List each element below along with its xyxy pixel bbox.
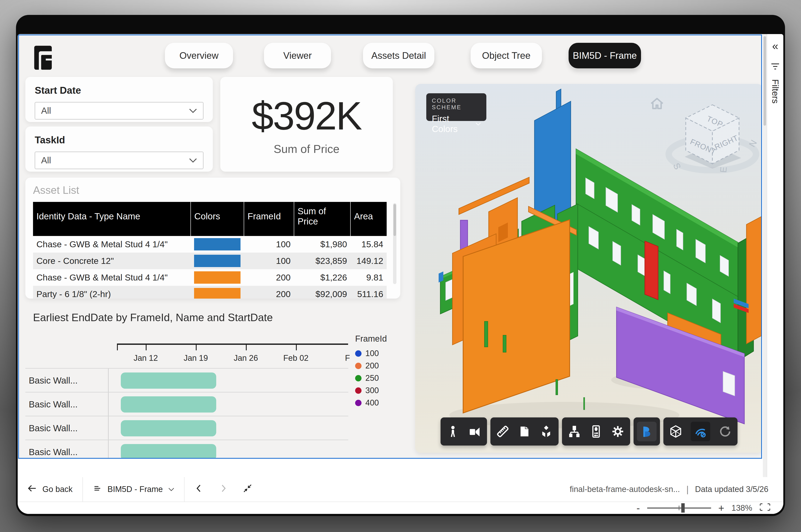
asset-table: Identity Data - Type Name Colors FrameId…: [33, 202, 387, 299]
footer-divider: |: [686, 484, 689, 495]
legend-dot: [355, 387, 361, 394]
report-footer-bar: Go back BIM5D - Frame final-beta-frame-a…: [18, 477, 783, 501]
start-date-filter-card: Start Date All: [25, 77, 213, 122]
color-scheme-dropdown[interactable]: First Colors: [432, 114, 481, 134]
gantt-row: Basic Wall...: [25, 416, 348, 440]
gantt-bar[interactable]: [121, 373, 216, 389]
go-back-button[interactable]: Go back: [18, 477, 82, 501]
color-scheme-value: First Colors: [432, 114, 471, 134]
scrollbar-thumb[interactable]: [393, 204, 396, 236]
color-swatch: [194, 238, 241, 250]
color-swatch: [194, 255, 241, 267]
filters-pane-label[interactable]: Filters: [770, 79, 780, 143]
report-page: Overview Viewer Assets Detail Object Tre…: [18, 35, 762, 459]
viewer-toolbar: [441, 417, 738, 445]
zoom-bar: - + 138%: [18, 501, 783, 514]
legend-item[interactable]: 250: [355, 374, 379, 383]
gantt-chart: Earliest EndDate by FrameId, Name and St…: [25, 304, 400, 459]
collapse-view-icon[interactable]: [243, 484, 252, 495]
tab-overview[interactable]: Overview: [165, 43, 233, 68]
table-row[interactable]: Chase - GWB & Metal Stud 4 1/4" 100 $1,9…: [33, 236, 387, 252]
data-updated-label: Data updated 3/5/26: [695, 485, 768, 494]
zoom-out-button[interactable]: -: [636, 502, 640, 514]
view-cube[interactable]: N S E TOP FRONT RIGHT: [665, 101, 762, 173]
zoom-in-button[interactable]: +: [718, 502, 724, 514]
toolbar-group-model: [562, 417, 630, 445]
start-date-value: All: [41, 106, 51, 116]
legend-item[interactable]: 300: [355, 386, 379, 395]
asset-table-header[interactable]: Identity Data - Type Name Colors FrameId…: [33, 202, 387, 236]
axis-tick: Jan 26: [234, 354, 258, 363]
gantt-bar[interactable]: [121, 420, 216, 436]
tab-viewer[interactable]: Viewer: [264, 43, 331, 68]
table-row[interactable]: Party - 6 1/8" (2-hr) 200 $92,009 511.16: [33, 286, 387, 299]
legend-item[interactable]: 400: [355, 398, 379, 407]
model-tree-icon[interactable]: [567, 425, 581, 438]
files-icon[interactable]: [518, 425, 531, 438]
chevron-down-icon: [476, 122, 481, 126]
zoom-slider[interactable]: [647, 508, 711, 509]
tab-label: Viewer: [283, 50, 312, 61]
gantt-bar[interactable]: [121, 396, 216, 413]
compass-e: E: [718, 166, 729, 173]
page-scrollbar[interactable]: [763, 34, 767, 514]
reset-view-icon[interactable]: [718, 425, 732, 438]
tab-assets-detail[interactable]: Assets Detail: [363, 43, 434, 68]
sum-of-price-card: $392K Sum of Price: [220, 77, 393, 172]
taskid-value: All: [41, 155, 51, 166]
legend-item[interactable]: 200: [355, 361, 379, 370]
explode-model-icon[interactable]: [539, 425, 553, 438]
settings-gear-icon[interactable]: [611, 425, 625, 438]
page-selector[interactable]: BIM5D - Frame: [83, 477, 184, 501]
bim-3d-viewer[interactable]: COLOR SCHEME First Colors N S E: [415, 84, 762, 453]
zoom-slider-thumb[interactable]: [681, 503, 685, 513]
wireframe-box-icon[interactable]: [669, 425, 683, 438]
current-page-name: BIM5D - Frame: [108, 485, 163, 494]
measure-icon[interactable]: [496, 425, 509, 438]
fit-to-page-icon[interactable]: [760, 503, 770, 513]
chevron-down-icon: [189, 108, 197, 113]
tab-object-tree[interactable]: Object Tree: [470, 43, 542, 68]
expand-filters-button[interactable]: «: [767, 40, 783, 52]
start-date-label: Start Date: [35, 84, 203, 96]
gantt-row: Basic Wall...: [25, 368, 348, 392]
filters-pane-collapsed: « Filters: [767, 34, 783, 514]
legend-dot: [355, 400, 361, 406]
first-person-icon[interactable]: [446, 425, 460, 438]
table-row[interactable]: Core - Concrete 12" 100 $23,859 149.12: [33, 252, 387, 269]
properties-icon[interactable]: [589, 425, 603, 438]
brand-plugin-icon[interactable]: [640, 425, 654, 438]
app-window: Overview Viewer Assets Detail Object Tre…: [16, 15, 785, 516]
asset-list-card: Asset List Identity Data - Type Name Col…: [25, 178, 400, 299]
col-price[interactable]: Sum of Price: [294, 202, 350, 236]
camera-icon[interactable]: [468, 425, 482, 438]
previous-page-button[interactable]: [194, 484, 204, 495]
tab-bim5d-frame[interactable]: BIM5D - Frame: [569, 43, 641, 68]
start-date-select[interactable]: All: [35, 102, 203, 119]
zoom-level: 138%: [731, 504, 752, 513]
report-file-name[interactable]: final-beta-frame-autodesk-sn...: [570, 485, 680, 494]
taskid-select[interactable]: All: [35, 152, 203, 169]
home-view-icon[interactable]: [650, 97, 665, 110]
gantt-bar[interactable]: [121, 444, 216, 459]
col-area[interactable]: Area: [350, 202, 387, 236]
legend-item[interactable]: 100: [355, 349, 379, 358]
kpi-label: Sum of Price: [274, 142, 339, 155]
col-frameid[interactable]: FrameId: [244, 202, 294, 236]
col-colors[interactable]: Colors: [191, 202, 244, 236]
next-page-button[interactable]: [219, 484, 228, 495]
tab-label: BIM5D - Frame: [573, 50, 637, 61]
axis-tick: Feb 02: [283, 354, 309, 363]
color-scheme-chip[interactable]: COLOR SCHEME First Colors: [426, 93, 486, 121]
taskid-label: TaskId: [35, 134, 203, 146]
scrollbar-thumb[interactable]: [764, 36, 766, 126]
table-scrollbar[interactable]: [393, 203, 396, 284]
back-arrow-icon: [27, 484, 37, 495]
network-arcs-icon[interactable]: [694, 425, 707, 438]
table-row[interactable]: Chase - GWB & Metal Stud 4 1/4" 200 $1,2…: [33, 269, 387, 286]
chevron-down-icon: [168, 488, 174, 491]
col-name[interactable]: Identity Data - Type Name: [33, 202, 191, 236]
color-scheme-label: COLOR SCHEME: [432, 97, 481, 111]
gantt-title: Earliest EndDate by FrameId, Name and St…: [33, 311, 400, 324]
legend-dot: [355, 350, 361, 357]
